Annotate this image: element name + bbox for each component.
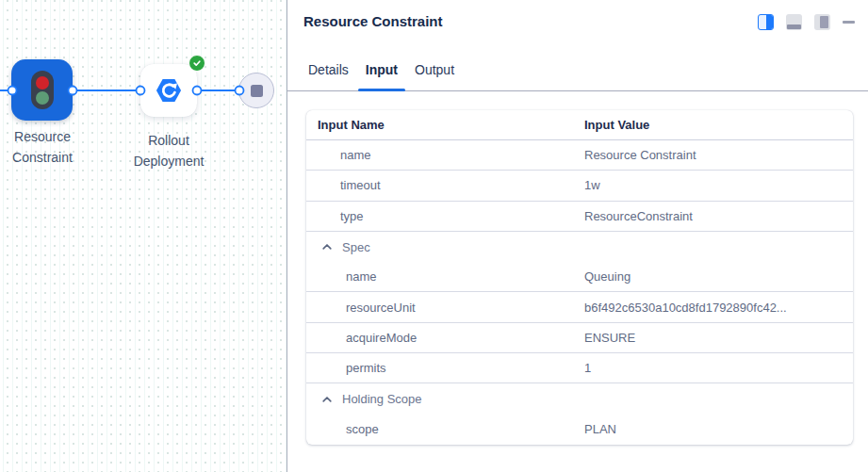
success-badge-icon xyxy=(188,55,205,72)
row-value: Queuing xyxy=(584,269,853,284)
node-label-resource-constraint: Resource Constraint xyxy=(0,126,88,168)
minimize-icon[interactable] xyxy=(843,21,855,24)
node-label-rollout-deployment: Rollout Deployment xyxy=(123,130,214,171)
row-name: acquireMode xyxy=(306,331,584,345)
row-value: ENSURE xyxy=(584,331,853,345)
right-panel-icon[interactable] xyxy=(814,14,830,30)
column-input-value: Input Value xyxy=(584,118,853,132)
red-light-icon xyxy=(36,76,49,90)
green-light-icon xyxy=(36,91,49,105)
row-value: 1 xyxy=(584,361,853,375)
table-row: typeResourceConstraint xyxy=(306,202,853,232)
node-end[interactable] xyxy=(238,73,274,108)
table-row: nameResource Constraint xyxy=(306,140,853,171)
table-row: permits1 xyxy=(306,353,853,383)
column-input-name: Input Name xyxy=(306,118,584,132)
node-rollout-deployment[interactable] xyxy=(140,64,197,117)
table-group-row[interactable]: Holding Scope xyxy=(306,383,853,414)
panel-header: Resource Constraint xyxy=(287,0,868,45)
row-value: ResourceConstraint xyxy=(584,209,853,223)
app: Resource Constraint Rollout Deployment xyxy=(0,0,868,472)
row-name: permits xyxy=(306,361,584,375)
row-name: type xyxy=(306,209,584,223)
table-row: scopePLAN xyxy=(306,415,853,445)
details-panel: Resource Constraint Details Input Output… xyxy=(287,0,868,472)
table-row: resourceUnitb6f492c6530a10cd8fd1792890fc… xyxy=(306,292,853,322)
group-label: Spec xyxy=(342,240,370,254)
workflow-canvas[interactable]: Resource Constraint Rollout Deployment xyxy=(0,0,287,472)
row-value: Resource Constraint xyxy=(584,148,853,162)
chevron-up-icon[interactable] xyxy=(321,241,333,252)
table-row: timeout1w xyxy=(306,171,853,201)
row-value: 1w xyxy=(584,178,853,192)
row-name: name xyxy=(306,148,584,162)
row-name: Holding Scope xyxy=(306,392,584,406)
node-resource-constraint[interactable] xyxy=(11,59,73,121)
traffic-light-icon xyxy=(31,71,54,109)
bottom-panel-icon[interactable] xyxy=(786,14,802,30)
tab-bar: Details Input Output xyxy=(287,45,868,91)
chevron-up-icon[interactable] xyxy=(321,394,333,405)
row-value: b6f492c6530a10cd8fd1792890fc42... xyxy=(584,301,853,315)
row-name: resourceUnit xyxy=(306,301,584,315)
tab-input[interactable]: Input xyxy=(358,62,405,90)
stop-icon xyxy=(251,85,263,97)
table-group-row[interactable]: Spec xyxy=(306,232,853,262)
input-table-card: Input Name Input Value nameResource Cons… xyxy=(306,110,853,445)
tab-details[interactable]: Details xyxy=(301,62,356,90)
table-header: Input Name Input Value xyxy=(306,110,853,140)
row-name: Spec xyxy=(306,240,584,254)
row-name: timeout xyxy=(306,178,584,192)
view-controls xyxy=(758,13,855,30)
tab-output[interactable]: Output xyxy=(407,62,462,90)
row-name: scope xyxy=(306,422,584,436)
row-value: PLAN xyxy=(584,422,853,436)
rollout-icon xyxy=(154,75,184,106)
table-body: nameResource Constrainttimeout1wtypeReso… xyxy=(306,140,853,445)
table-row: nameQueuing xyxy=(306,262,853,292)
row-name: name xyxy=(306,269,584,284)
split-view-icon[interactable] xyxy=(758,14,774,30)
table-row: acquireModeENSURE xyxy=(306,323,853,353)
panel-title: Resource Constraint xyxy=(303,13,443,30)
group-label: Holding Scope xyxy=(342,392,422,406)
